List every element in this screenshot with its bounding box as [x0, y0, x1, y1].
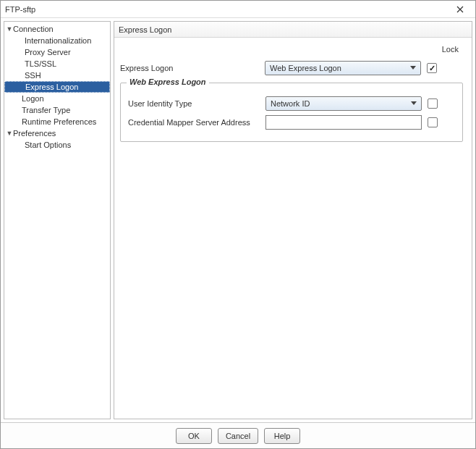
cancel-button[interactable]: Cancel: [218, 428, 258, 444]
row-express-logon: Express Logon Web Express Logon: [120, 61, 463, 75]
group-web-express-logon: Web Express Logon User Identity Type Net…: [120, 83, 463, 142]
tree-item-label: Express Logon: [14, 83, 78, 91]
lock-checkbox-express-logon[interactable]: [427, 63, 437, 73]
tree-item-runtime-preferences[interactable]: Runtime Preferences: [4, 116, 110, 127]
row-user-identity-type: User Identity Type Network ID: [128, 96, 455, 111]
tree-item-label: Transfer Type: [13, 106, 70, 114]
label-express-logon: Express Logon: [120, 64, 265, 72]
tree-item-label: Connection: [13, 25, 54, 33]
tree-item-connection[interactable]: ▼Connection: [4, 23, 110, 35]
tree-item-label: Preferences: [13, 129, 56, 138]
group-legend: Web Express Logon: [127, 77, 209, 86]
content-panel: Express Logon Lock Express Logon Web Exp…: [114, 21, 472, 419]
button-bar: OK Cancel Help: [1, 422, 475, 448]
ok-button-label: OK: [188, 432, 200, 440]
chevron-down-icon: [409, 98, 419, 109]
help-button-label: Help: [274, 432, 291, 440]
ok-button[interactable]: OK: [176, 428, 212, 444]
input-credential-mapper[interactable]: [265, 115, 422, 130]
lock-column-header: Lock: [120, 43, 463, 58]
lock-checkbox-credential-mapper[interactable]: [428, 117, 438, 127]
cancel-button-label: Cancel: [226, 432, 250, 440]
help-button[interactable]: Help: [264, 428, 300, 444]
select-express-logon-value: Web Express Logon: [270, 64, 341, 72]
dialog-body: ▼ConnectionInternationalizationProxy Ser…: [1, 18, 475, 422]
nav-tree: ▼ConnectionInternationalizationProxy Ser…: [4, 21, 111, 419]
select-express-logon[interactable]: Web Express Logon: [265, 61, 421, 75]
chevron-down-icon: [408, 63, 418, 73]
tree-item-preferences[interactable]: ▼Preferences: [4, 127, 110, 139]
panel-header: Express Logon: [114, 22, 472, 38]
row-credential-mapper: Credential Mapper Server Address: [128, 115, 455, 130]
tree-item-label: Runtime Preferences: [13, 117, 96, 126]
tree-item-proxy-server[interactable]: Proxy Server: [4, 46, 110, 58]
tree-item-express-logon[interactable]: Express Logon: [4, 81, 110, 93]
dialog-window: FTP-sftp ▼ConnectionInternationalization…: [0, 0, 476, 449]
tree-item-label: TLS/SSL: [13, 59, 56, 68]
tree-item-label: Proxy Server: [13, 48, 71, 56]
titlebar: FTP-sftp: [1, 1, 475, 18]
tree-item-start-options[interactable]: Start Options: [4, 139, 110, 151]
window-title: FTP-sftp: [5, 5, 35, 14]
tree-item-label: Internationalization: [13, 36, 91, 45]
tree-item-label: Logon: [13, 94, 44, 103]
tree-item-transfer-type[interactable]: Transfer Type: [4, 104, 110, 116]
panel-body: Lock Express Logon Web Express Logon Web…: [114, 38, 472, 419]
select-user-identity-type[interactable]: Network ID: [265, 96, 422, 111]
close-icon: [456, 6, 464, 13]
select-user-identity-type-value: Network ID: [271, 99, 310, 108]
tree-item-internationalization[interactable]: Internationalization: [4, 35, 110, 46]
close-button[interactable]: [449, 2, 471, 17]
label-credential-mapper: Credential Mapper Server Address: [128, 118, 265, 127]
lock-checkbox-user-identity-type[interactable]: [428, 98, 438, 109]
chevron-down-icon[interactable]: ▼: [6, 25, 13, 33]
tree-item-ssh[interactable]: SSH: [4, 70, 110, 81]
tree-item-label: Start Options: [13, 140, 71, 149]
tree-item-tls-ssl[interactable]: TLS/SSL: [4, 58, 110, 70]
tree-item-label: SSH: [13, 71, 41, 80]
label-user-identity-type: User Identity Type: [128, 99, 265, 108]
tree-item-logon[interactable]: Logon: [4, 93, 110, 104]
chevron-down-icon[interactable]: ▼: [6, 130, 13, 137]
